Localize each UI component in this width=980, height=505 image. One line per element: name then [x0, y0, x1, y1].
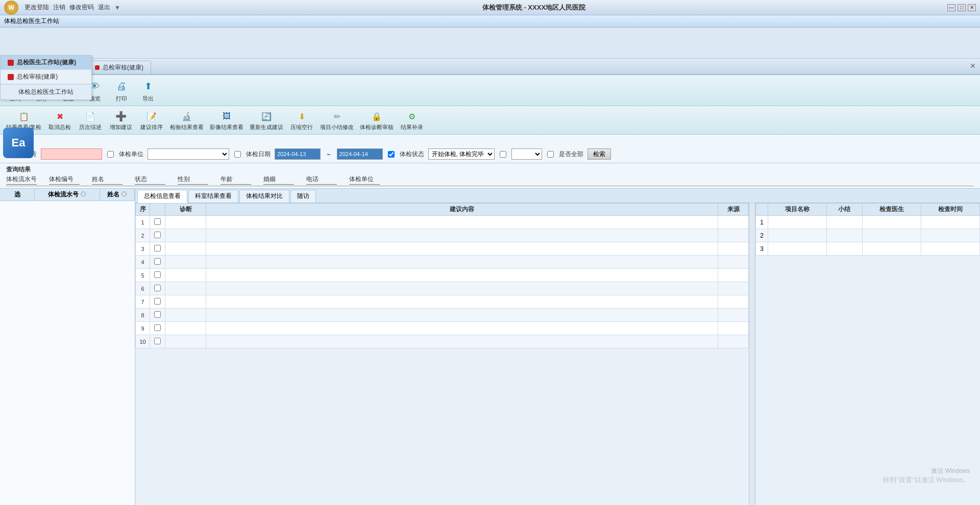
cell-source: [718, 335, 749, 348]
tab-1[interactable]: 总检审核(健康): [87, 61, 151, 74]
results-col-3: 状态: [135, 175, 165, 185]
rth-summary: 小结: [827, 204, 863, 216]
toolbar-2: 📋 结果查看/复检 ✖ 取消总检 📄 历次综述 ➕ 增加建议 📝 建议排序 🔬 …: [0, 106, 980, 135]
row-checkbox[interactable]: [154, 271, 161, 278]
table-row: 2: [136, 229, 749, 242]
cell-check[interactable]: [150, 269, 165, 282]
table-row: 10: [136, 335, 749, 348]
btn-add-advice[interactable]: ➕ 增加建议: [107, 108, 135, 132]
cell-check[interactable]: [150, 216, 165, 229]
btn-image-results[interactable]: 🖼 影像结果查看: [208, 108, 246, 132]
btn-result-supp[interactable]: ⚙ 结果补录: [398, 108, 426, 132]
unit-checkbox[interactable]: [107, 151, 114, 158]
inner-tab-0[interactable]: 总检信息查看: [137, 190, 187, 203]
btn-history-label: 历次综述: [79, 123, 102, 131]
tab-red-icon-1: [95, 65, 100, 70]
red-icon-2: [8, 74, 14, 80]
full-checkbox[interactable]: [500, 151, 506, 158]
inner-tab-2[interactable]: 体检结果对比: [239, 190, 289, 203]
row-checkbox[interactable]: [154, 218, 161, 225]
cell-check[interactable]: [150, 242, 165, 256]
btn-regen[interactable]: 🔄 重新生成建议: [248, 108, 285, 132]
results-col-8: 体检单位: [349, 175, 380, 185]
cell-diagnosis: [165, 256, 206, 269]
btn-item-modify[interactable]: ✏ 项目小结修改: [318, 108, 356, 132]
flow-num-input[interactable]: [41, 148, 102, 160]
btn-export[interactable]: ⬆ 导出: [137, 77, 159, 104]
results-col-6: 婚姻: [263, 175, 294, 185]
table-row: 6: [136, 282, 749, 295]
row-checkbox[interactable]: [154, 311, 161, 318]
cell-check[interactable]: [150, 335, 165, 348]
btn-check-results[interactable]: 🔬 检验结果查看: [168, 108, 206, 132]
cell-check[interactable]: [150, 229, 165, 242]
row-checkbox[interactable]: [154, 285, 161, 291]
cell-diagnosis: [165, 216, 206, 229]
btn-cancel-total[interactable]: ✖ 取消总检: [45, 108, 74, 132]
cell-check[interactable]: [150, 295, 165, 309]
search-area: 查询条件 体检流水号 体检单位 体检日期 ~ 体检状态 开始体检, 体检完毕 是…: [0, 135, 980, 163]
cell-rownum: 2: [136, 229, 150, 242]
menu-change-login[interactable]: 更改登陆: [24, 3, 49, 12]
cell-advice: [206, 322, 718, 335]
rcell-num: 2: [756, 229, 768, 242]
full-select[interactable]: [511, 148, 542, 160]
date-from-input[interactable]: [275, 148, 321, 160]
row-checkbox[interactable]: [154, 298, 161, 305]
cell-check[interactable]: [150, 309, 165, 322]
date-checkbox[interactable]: [234, 151, 241, 158]
row-checkbox[interactable]: [154, 258, 161, 265]
compress-icon: ⬇: [295, 109, 309, 123]
th-checkbox: [150, 204, 165, 216]
main-table-scroll[interactable]: 序 诊断 建议内容 来源 1: [135, 203, 749, 505]
nav-item-1[interactable]: 总检医生工作站(健康): [1, 56, 91, 70]
cell-rownum: 7: [136, 295, 150, 309]
row-checkbox[interactable]: [154, 232, 161, 238]
rcell-summary: [827, 216, 863, 229]
row-checkbox[interactable]: [154, 245, 161, 251]
row-checkbox[interactable]: [154, 338, 161, 344]
cell-check[interactable]: [150, 322, 165, 335]
main-table-area: 序 诊断 建议内容 来源 1: [135, 203, 755, 505]
status-checkbox[interactable]: [388, 151, 395, 158]
nav-item-2[interactable]: 总检审核(健康): [1, 70, 91, 84]
btn-history[interactable]: 📄 历次综述: [76, 108, 105, 132]
all-checkbox[interactable]: [547, 151, 554, 158]
results-col-1: 体检编号: [49, 175, 80, 185]
close-btn[interactable]: ✕: [968, 4, 976, 11]
right-data-table: 项目名称 小结 检查医生 检查时间 1 2: [755, 203, 980, 256]
rcell-name: [768, 216, 827, 229]
restore-btn[interactable]: □: [958, 4, 966, 11]
btn-advice-sort[interactable]: 📝 建议排序: [137, 108, 166, 132]
cell-check[interactable]: [150, 256, 165, 269]
btn-compress[interactable]: ⬇ 压缩空行: [287, 108, 316, 132]
rcell-time: [921, 229, 979, 242]
rcell-summary: [827, 242, 863, 256]
cell-source: [718, 216, 749, 229]
menu-exit[interactable]: 退出: [98, 3, 110, 12]
btn-print[interactable]: 🖨 打印: [110, 77, 133, 104]
rth-0: [756, 204, 768, 216]
unit-select[interactable]: [148, 148, 229, 160]
cell-rownum: 10: [136, 335, 150, 348]
item-modify-icon: ✏: [330, 109, 344, 123]
cell-check[interactable]: [150, 282, 165, 295]
th-source: 来源: [718, 204, 749, 216]
main-table-scrollbar[interactable]: [749, 203, 755, 505]
btn-exam-audit[interactable]: 🔒 体检诊断审核: [358, 108, 396, 132]
inner-tab-1[interactable]: 科室结果查看: [188, 190, 238, 203]
th-diagnosis: 诊断: [165, 204, 206, 216]
row-checkbox[interactable]: [154, 324, 161, 331]
cancel-total-icon: ✖: [53, 109, 67, 123]
btn-compress-label: 压缩空行: [290, 123, 313, 131]
cell-advice: [206, 269, 718, 282]
cell-source: [718, 295, 749, 309]
search-btn[interactable]: 检索: [587, 148, 611, 160]
menu-change-pwd[interactable]: 修改密码: [69, 3, 94, 12]
status-select[interactable]: 开始体检, 体检完毕: [428, 148, 495, 160]
tab-close-all[interactable]: ✕: [970, 62, 976, 70]
inner-tab-3[interactable]: 随访: [290, 190, 316, 203]
menu-logout[interactable]: 注销: [53, 3, 65, 12]
minimize-btn[interactable]: —: [947, 4, 955, 11]
date-to-input[interactable]: [337, 148, 383, 160]
